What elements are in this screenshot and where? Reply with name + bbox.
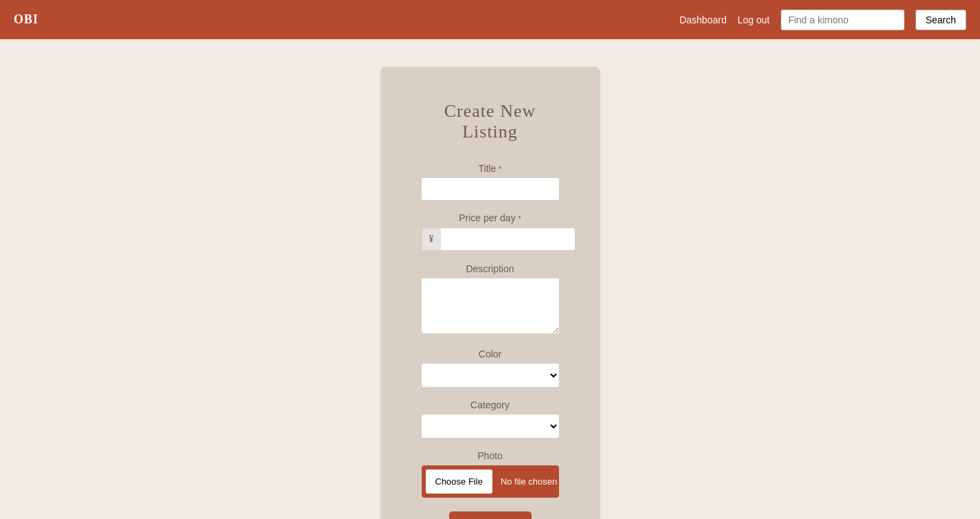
- price-label: Price per day *: [422, 212, 559, 223]
- yen-prefix: ¥: [422, 228, 441, 251]
- price-required: *: [519, 214, 521, 223]
- search-input[interactable]: [781, 10, 904, 30]
- dashboard-link[interactable]: Dashboard: [679, 14, 727, 25]
- color-select[interactable]: Red Blue Green White Black Pink Purple: [422, 364, 559, 387]
- title-group: Title *: [422, 163, 559, 200]
- category-label: Category: [422, 399, 559, 410]
- search-button[interactable]: Search: [915, 10, 966, 30]
- title-label: Title *: [422, 163, 559, 174]
- price-group: Price per day * ¥: [422, 212, 559, 251]
- choose-file-button[interactable]: Choose File: [426, 470, 492, 494]
- photo-group: Photo Choose File No file chosen: [422, 450, 559, 498]
- file-input-display: Choose File No file chosen: [422, 465, 559, 498]
- brand-logo: OBI: [14, 12, 38, 27]
- navbar-right: Dashboard Log out Search: [679, 10, 966, 30]
- photo-label: Photo: [422, 450, 559, 461]
- description-group: Description: [422, 263, 559, 336]
- category-group: Category Furisode Komon Yukata Tomesode …: [422, 399, 559, 438]
- main-content: Create New Listing Title * Price per day…: [0, 39, 980, 519]
- description-textarea[interactable]: [422, 278, 559, 333]
- title-required: *: [499, 165, 501, 173]
- create-listing-form: Title * Price per day * ¥ Description: [422, 163, 559, 519]
- description-label: Description: [422, 263, 559, 274]
- file-chosen-text: No file chosen: [497, 476, 557, 487]
- submit-button[interactable]: Submit: [449, 511, 532, 519]
- navbar: OBI Dashboard Log out Search: [0, 0, 980, 39]
- form-title: Create New Listing: [422, 101, 559, 142]
- price-wrapper: ¥: [422, 228, 559, 251]
- price-input[interactable]: [441, 228, 575, 250]
- category-select[interactable]: Furisode Komon Yukata Tomesode Houmongi: [422, 415, 559, 438]
- logout-link[interactable]: Log out: [738, 14, 770, 25]
- color-group: Color Red Blue Green White Black Pink Pu…: [422, 349, 559, 387]
- color-label: Color: [422, 349, 559, 360]
- title-input[interactable]: [422, 178, 559, 200]
- form-card: Create New Listing Title * Price per day…: [380, 67, 600, 519]
